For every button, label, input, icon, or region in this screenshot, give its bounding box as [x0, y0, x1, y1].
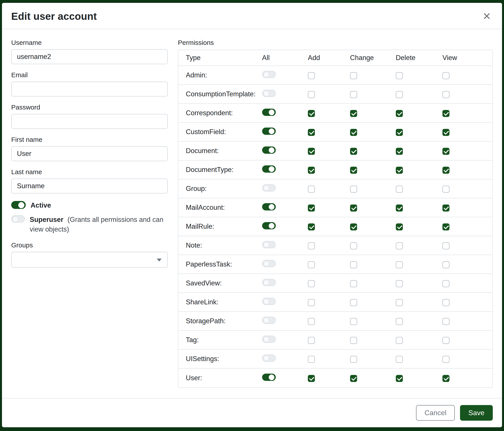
column-header-all: All — [262, 54, 307, 62]
permission-all-toggle[interactable] — [262, 184, 276, 191]
permission-add-checkbox[interactable] — [308, 129, 315, 136]
permission-change-checkbox[interactable] — [350, 186, 357, 193]
permission-delete-checkbox[interactable] — [396, 280, 403, 287]
permission-all-toggle[interactable] — [262, 165, 276, 173]
permission-view-checkbox[interactable] — [442, 205, 450, 212]
permission-add-checkbox[interactable] — [308, 91, 315, 98]
permission-add-checkbox[interactable] — [308, 110, 315, 117]
permission-delete-checkbox[interactable] — [396, 186, 403, 193]
permission-change-checkbox[interactable] — [350, 167, 357, 174]
permission-add-checkbox[interactable] — [308, 72, 315, 79]
permission-delete-checkbox[interactable] — [396, 148, 403, 155]
permission-view-checkbox[interactable] — [442, 299, 450, 306]
permission-type-label: ConsumptionTemplate: — [178, 90, 262, 98]
permission-add-checkbox[interactable] — [308, 337, 315, 344]
permission-all-toggle[interactable] — [262, 127, 276, 135]
permission-change-checkbox[interactable] — [350, 356, 357, 363]
permission-change-checkbox[interactable] — [350, 337, 357, 344]
permission-view-checkbox[interactable] — [442, 148, 450, 155]
permission-add-checkbox[interactable] — [308, 224, 315, 230]
permission-all-toggle[interactable] — [262, 241, 276, 248]
permission-all-toggle[interactable] — [262, 279, 276, 286]
permission-view-checkbox[interactable] — [442, 91, 450, 98]
permission-all-toggle[interactable] — [262, 146, 276, 154]
permission-delete-checkbox[interactable] — [396, 356, 403, 363]
permission-all-toggle[interactable] — [262, 298, 276, 305]
permission-add-checkbox[interactable] — [308, 299, 315, 306]
save-button[interactable]: Save — [460, 405, 493, 421]
permission-all-toggle[interactable] — [262, 374, 276, 381]
first-name-field[interactable] — [11, 146, 168, 161]
permission-change-checkbox[interactable] — [350, 129, 357, 136]
permission-view-checkbox[interactable] — [442, 129, 450, 136]
permission-view-checkbox[interactable] — [442, 337, 450, 344]
permission-change-checkbox[interactable] — [350, 318, 357, 325]
permission-all-toggle[interactable] — [262, 109, 276, 116]
permission-all-toggle[interactable] — [262, 90, 276, 97]
permission-change-checkbox[interactable] — [350, 261, 357, 268]
permission-delete-checkbox[interactable] — [396, 129, 403, 136]
groups-field-group: Groups — [11, 242, 168, 268]
permission-add-checkbox[interactable] — [308, 205, 315, 212]
permission-view-checkbox[interactable] — [442, 280, 450, 287]
permission-view-checkbox[interactable] — [442, 72, 450, 79]
permission-all-toggle[interactable] — [262, 203, 276, 210]
permission-all-toggle[interactable] — [262, 354, 276, 362]
permission-change-checkbox[interactable] — [350, 91, 357, 98]
permission-all-toggle[interactable] — [262, 260, 276, 267]
permission-add-checkbox[interactable] — [308, 280, 315, 287]
permission-view-checkbox[interactable] — [442, 110, 450, 117]
permission-add-checkbox[interactable] — [308, 186, 315, 193]
permission-change-checkbox[interactable] — [350, 242, 357, 249]
permission-add-checkbox[interactable] — [308, 356, 315, 363]
permission-delete-checkbox[interactable] — [396, 261, 403, 268]
permission-delete-checkbox[interactable] — [396, 167, 403, 174]
last-name-field[interactable] — [11, 179, 168, 194]
permission-change-checkbox[interactable] — [350, 299, 357, 306]
permissions-section: Permissions Type All Add Change Delete V… — [178, 39, 493, 394]
groups-select[interactable] — [11, 252, 168, 268]
permission-all-toggle[interactable] — [262, 71, 276, 78]
permission-delete-checkbox[interactable] — [396, 205, 403, 212]
permission-view-checkbox[interactable] — [442, 356, 450, 363]
permission-delete-checkbox[interactable] — [396, 242, 403, 249]
permission-change-checkbox[interactable] — [350, 375, 357, 382]
close-icon[interactable]: ✕ — [481, 10, 493, 22]
permission-view-checkbox[interactable] — [442, 186, 450, 193]
permission-change-checkbox[interactable] — [350, 148, 357, 155]
permission-delete-checkbox[interactable] — [396, 318, 403, 325]
permission-view-checkbox[interactable] — [442, 375, 450, 382]
username-input[interactable] — [11, 49, 168, 64]
email-field[interactable] — [11, 81, 168, 97]
permission-view-checkbox[interactable] — [442, 242, 450, 249]
permission-add-checkbox[interactable] — [308, 242, 315, 249]
password-field[interactable] — [11, 114, 168, 129]
permission-delete-checkbox[interactable] — [396, 299, 403, 306]
permission-change-checkbox[interactable] — [350, 72, 357, 79]
permission-add-checkbox[interactable] — [308, 318, 315, 325]
permission-change-checkbox[interactable] — [350, 224, 357, 230]
permission-delete-checkbox[interactable] — [396, 375, 403, 382]
permission-add-checkbox[interactable] — [308, 148, 315, 155]
permission-all-toggle[interactable] — [262, 222, 276, 229]
permission-change-checkbox[interactable] — [350, 110, 357, 117]
cancel-button[interactable]: Cancel — [416, 405, 455, 421]
active-toggle[interactable] — [11, 201, 26, 209]
permission-delete-checkbox[interactable] — [396, 110, 403, 117]
superuser-toggle[interactable] — [11, 215, 25, 223]
permission-delete-checkbox[interactable] — [396, 337, 403, 344]
permission-all-toggle[interactable] — [262, 317, 276, 324]
permission-all-toggle[interactable] — [262, 336, 276, 343]
permission-add-checkbox[interactable] — [308, 261, 315, 268]
permission-add-checkbox[interactable] — [308, 375, 315, 382]
permission-change-checkbox[interactable] — [350, 205, 357, 212]
permission-view-checkbox[interactable] — [442, 261, 450, 268]
permission-delete-checkbox[interactable] — [396, 224, 403, 230]
permission-view-checkbox[interactable] — [442, 167, 450, 174]
permission-add-checkbox[interactable] — [308, 167, 315, 174]
permission-delete-checkbox[interactable] — [396, 91, 403, 98]
permission-change-checkbox[interactable] — [350, 280, 357, 287]
permission-delete-checkbox[interactable] — [396, 72, 403, 79]
permission-view-checkbox[interactable] — [442, 224, 450, 230]
permission-view-checkbox[interactable] — [442, 318, 450, 325]
